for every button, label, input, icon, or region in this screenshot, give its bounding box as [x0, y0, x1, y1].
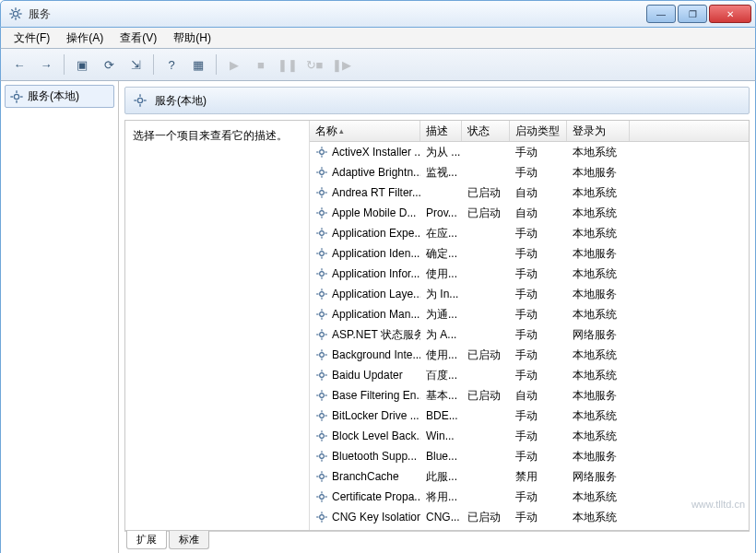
service-row[interactable]: Adaptive Brightn...监视...手动本地服务 [310, 162, 749, 182]
column-status[interactable]: 状态 [462, 121, 510, 141]
tab-extended[interactable]: 扩展 [126, 531, 167, 549]
cell-name: Andrea RT Filter... [310, 186, 420, 199]
service-row[interactable]: ActiveX Installer ...为从 ...手动本地系统 [310, 142, 749, 162]
minimize-button[interactable]: — [646, 5, 676, 23]
service-row[interactable]: Apple Mobile D...Prov...已启动自动本地系统 [310, 203, 749, 223]
cell-desc: 百度... [420, 368, 462, 383]
column-name[interactable]: 名称▴ [310, 121, 420, 141]
menu-view[interactable]: 查看(V) [112, 29, 164, 48]
service-row[interactable]: Application Infor...使用...手动本地系统 [310, 264, 749, 284]
cell-logon: 本地服务 [567, 165, 630, 181]
service-row[interactable]: BranchCache此服...禁用网络服务 [310, 466, 749, 487]
cell-logon: 本地系统 [567, 408, 630, 424]
service-row[interactable]: Baidu Updater百度...手动本地系统 [310, 365, 749, 385]
maximize-button[interactable]: ❐ [678, 5, 707, 23]
cell-logon: 本地服务 [567, 449, 630, 465]
service-row[interactable]: Application Expe...在应...手动本地系统 [310, 223, 749, 243]
toolbar-back-button[interactable]: ← [7, 53, 31, 76]
svg-point-24 [320, 171, 325, 175]
cell-status: 已启动 [462, 347, 510, 363]
detail-hint: 选择一个项目来查看它的描述。 [133, 129, 288, 142]
cell-name: Base Filtering En... [310, 389, 420, 402]
toolbar: ←→▣⟳⇲?▦▶■❚❚↻■❚▶ [0, 48, 756, 81]
menu-file[interactable]: 文件(F) [6, 29, 57, 48]
window-controls: — ❐ ✕ [646, 5, 751, 23]
cell-logon: 本地系统 [567, 185, 630, 201]
detail-pane: 选择一个项目来查看它的描述。 [125, 121, 310, 530]
toolbar-start-button: ▶ [222, 53, 246, 76]
toolbar-refresh-button[interactable]: ⟳ [97, 53, 121, 76]
service-row[interactable]: Application Man...为通...手动本地系统 [310, 304, 749, 324]
service-name-label: Base Filtering En... [332, 389, 420, 402]
service-icon [315, 206, 328, 219]
gear-icon [133, 93, 148, 108]
service-row[interactable]: Block Level Back...Win...手动本地系统 [310, 426, 749, 446]
cell-startup: 手动 [510, 287, 567, 302]
service-icon [315, 146, 328, 159]
service-row[interactable]: Andrea RT Filter...已启动自动本地系统 [310, 182, 749, 203]
app-icon [8, 6, 23, 21]
service-name-label: Baidu Updater [332, 369, 403, 382]
service-row[interactable]: BitLocker Drive ...BDE...手动本地系统 [310, 406, 749, 426]
cell-logon: 本地服务 [567, 246, 630, 262]
tab-standard[interactable]: 标准 [169, 531, 209, 549]
toolbar-separator [153, 54, 154, 75]
cell-name: Bluetooth Supp... [310, 450, 420, 463]
nav-item-services-local[interactable]: 服务(本地) [5, 85, 114, 108]
service-row[interactable]: CNG Key IsolationCNG...已启动手动本地系统 [310, 507, 749, 527]
cell-name: Apple Mobile D... [310, 206, 420, 219]
tabs-bar: 扩展标准 [124, 531, 750, 550]
column-logon[interactable]: 登录为 [567, 121, 630, 141]
service-row[interactable]: Application Laye...为 In...手动本地服务 [310, 284, 749, 304]
cell-desc: 使用... [420, 266, 462, 282]
service-row[interactable]: Background Inte...使用...已启动手动本地系统 [310, 345, 749, 365]
cell-logon: 本地服务 [567, 287, 630, 302]
toolbar-help-button[interactable]: ? [159, 53, 183, 76]
cell-name: Application Infor... [310, 267, 420, 280]
toolbar-export-button[interactable]: ⇲ [124, 53, 148, 76]
cell-name: Application Expe... [310, 227, 420, 240]
toolbar-restart-button: ↻■ [302, 53, 326, 76]
service-row[interactable]: Application Iden...确定...手动本地服务 [310, 243, 749, 264]
cell-logon: 网络服务 [567, 469, 630, 485]
toolbar-forward-button[interactable]: → [34, 53, 58, 76]
toolbar-props-button[interactable]: ▦ [186, 53, 210, 76]
titlebar[interactable]: 服务 — ❐ ✕ [0, 0, 756, 28]
svg-line-6 [18, 17, 20, 18]
cell-startup: 手动 [510, 408, 567, 424]
service-name-label: Apple Mobile D... [332, 206, 416, 219]
toolbar-stop-button: ■ [249, 53, 273, 76]
toolbar-resume-button: ❚▶ [329, 53, 353, 76]
column-desc[interactable]: 描述 [420, 121, 462, 141]
svg-line-8 [18, 9, 20, 11]
menu-help[interactable]: 帮助(H) [166, 29, 219, 48]
cell-logon: 本地系统 [567, 368, 630, 383]
service-list: 名称▴描述状态启动类型登录为 ActiveX Installer ...为从 .… [310, 121, 749, 530]
service-row[interactable]: Bluetooth Supp...Blue...手动本地服务 [310, 446, 749, 466]
cell-desc: BDE... [420, 409, 462, 422]
svg-point-64 [320, 333, 325, 337]
column-startup[interactable]: 启动类型 [510, 121, 567, 141]
service-row[interactable]: ASP.NET 状态服务为 A...手动网络服务 [310, 324, 749, 345]
content-title: 服务(本地) [155, 93, 207, 109]
cell-logon: 本地系统 [567, 510, 630, 525]
cell-startup: 手动 [510, 165, 567, 181]
service-icon [315, 348, 328, 361]
svg-point-94 [320, 454, 325, 459]
close-button[interactable]: ✕ [709, 5, 751, 23]
service-row[interactable]: Base Filtering En...基本...已启动自动本地服务 [310, 385, 749, 406]
cell-startup: 自动 [510, 185, 567, 201]
service-name-label: Block Level Back... [332, 429, 420, 442]
cell-startup: 手动 [510, 327, 567, 343]
cell-startup: 手动 [510, 368, 567, 383]
cell-status: 已启动 [462, 388, 510, 404]
list-body[interactable]: ActiveX Installer ...为从 ...手动本地系统Adaptiv… [310, 142, 749, 530]
svg-point-79 [320, 394, 325, 398]
toolbar-pause-button: ❚❚ [276, 53, 300, 76]
service-icon [315, 429, 328, 442]
menu-action[interactable]: 操作(A) [59, 29, 111, 48]
cell-desc: CNG... [420, 511, 462, 524]
service-row[interactable]: Certificate Propa...将用...手动本地系统 [310, 487, 749, 507]
toolbar-showhide-button[interactable]: ▣ [70, 53, 94, 76]
svg-point-84 [320, 414, 325, 418]
